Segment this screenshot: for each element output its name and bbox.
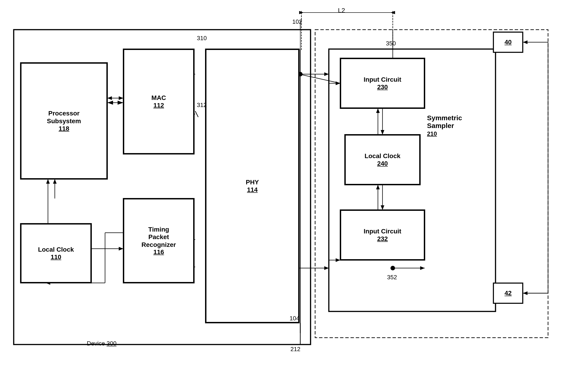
symmetric-sampler-label: SymmetricSampler210 — [427, 114, 462, 137]
device-300-label: Device 300 — [87, 340, 117, 347]
input-circuit-232-label: Input Circuit — [364, 228, 401, 235]
processor-subsystem-num: 118 — [59, 125, 69, 132]
diagram-container: Device 300 ProcessorSubsystem 118 MAC 11… — [0, 0, 588, 376]
node-42-box: 42 — [493, 283, 523, 303]
input-circuit-232-num: 232 — [377, 235, 388, 242]
label-102: 102 — [292, 18, 302, 25]
node-40-num: 40 — [504, 39, 512, 46]
local-clock-240-box: Local Clock 240 — [345, 135, 420, 185]
input-circuit-230-label: Input Circuit — [364, 76, 401, 84]
tpr-label: TimingPacketRecognizer — [142, 226, 176, 249]
svg-marker-76 — [324, 266, 329, 270]
symmetric-sampler-num: 210 — [427, 130, 437, 137]
phy-label: PHY — [246, 178, 259, 186]
svg-marker-74 — [324, 72, 329, 76]
local-clock-110-num: 110 — [51, 253, 61, 261]
label-212: 212 — [290, 346, 300, 353]
local-clock-240-num: 240 — [377, 160, 388, 167]
l2-label: L2 — [338, 7, 345, 14]
label-310: 310 — [197, 35, 207, 42]
local-clock-110-box: Local Clock 110 — [21, 224, 91, 283]
local-clock-240-label: Local Clock — [364, 152, 400, 160]
processor-subsystem-label: ProcessorSubsystem — [47, 110, 81, 125]
svg-marker-53 — [523, 40, 527, 44]
phy-box: PHY 114 — [205, 49, 299, 323]
label-104: 104 — [289, 315, 299, 322]
device-300-num: 300 — [107, 340, 117, 347]
timing-packet-recognizer-box: TimingPacketRecognizer 116 — [123, 198, 194, 283]
input-circuit-230-num: 230 — [377, 84, 388, 91]
label-312: 312 — [197, 102, 207, 109]
tpr-num: 116 — [153, 249, 164, 256]
mac-box: MAC 112 — [123, 49, 194, 154]
local-clock-110-label: Local Clock — [38, 246, 74, 253]
processor-subsystem-box: ProcessorSubsystem 118 — [21, 63, 107, 179]
device-label-text: Device — [87, 340, 105, 347]
node-40-box: 40 — [493, 32, 523, 52]
input-circuit-230-box: Input Circuit 230 — [340, 58, 425, 108]
node-42-num: 42 — [504, 290, 512, 297]
input-circuit-232-box: Input Circuit 232 — [340, 210, 425, 260]
phy-num: 114 — [247, 186, 258, 193]
mac-label: MAC — [151, 94, 166, 102]
mac-num: 112 — [153, 102, 164, 109]
label-352: 352 — [387, 274, 397, 281]
label-350: 350 — [386, 40, 396, 47]
